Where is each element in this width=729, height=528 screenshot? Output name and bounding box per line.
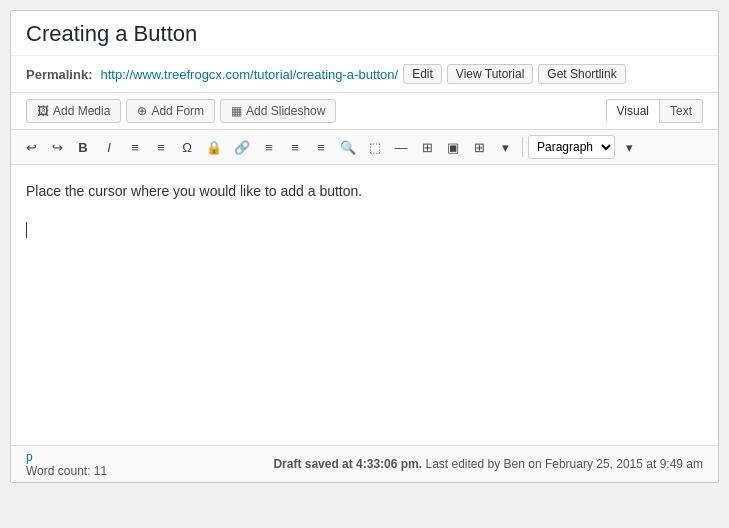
add-slideshow-icon: ▦ bbox=[231, 104, 242, 118]
redo-icon: ↪ bbox=[52, 140, 63, 155]
add-slideshow-button[interactable]: ▦ Add Slideshow bbox=[220, 99, 336, 123]
paragraph-select[interactable]: Paragraph bbox=[528, 135, 615, 159]
editor-content: Place the cursor where you would like to… bbox=[26, 180, 703, 238]
formatting-toolbar: ↩ ↪ B I ≡ ≡ Ω 🔒 🔗 ≡ ≡ ≡ 🔍 ⬚ — ⊞ ▣ ⊞ ▾ Pa… bbox=[11, 130, 718, 165]
lock-icon: 🔒 bbox=[206, 140, 222, 155]
align-center-button[interactable]: ≡ bbox=[283, 135, 307, 159]
special-chars-button[interactable]: Ω bbox=[175, 135, 199, 159]
toolbar-separator bbox=[522, 137, 523, 157]
undo-icon: ↩ bbox=[26, 140, 37, 155]
link-button[interactable]: 🔗 bbox=[229, 135, 255, 159]
add-media-icon: 🖼 bbox=[37, 104, 49, 118]
word-count: Word count: 11 bbox=[26, 464, 107, 478]
undo-button[interactable]: ↩ bbox=[19, 135, 43, 159]
editor-area[interactable]: Place the cursor where you would like to… bbox=[11, 165, 718, 445]
bold-icon: B bbox=[78, 140, 87, 155]
editor-text: Place the cursor where you would like to… bbox=[26, 180, 703, 202]
media-toolbar: 🖼 Add Media ⊕ Add Form ▦ Add Slideshow V… bbox=[11, 93, 718, 130]
bold-button[interactable]: B bbox=[71, 135, 95, 159]
image-icon: ⬚ bbox=[369, 140, 381, 155]
footer-status: Draft saved at 4:33:06 pm. Last edited b… bbox=[273, 457, 703, 471]
permalink-bar: Permalink: http://www.treefrogcx.com/tut… bbox=[11, 56, 718, 93]
view-tabs: Visual Text bbox=[606, 99, 703, 123]
align-left-icon: ≡ bbox=[265, 140, 273, 155]
add-media-label: Add Media bbox=[53, 104, 110, 118]
grid-icon: ⊞ bbox=[474, 140, 485, 155]
ordered-list-icon: ≡ bbox=[157, 140, 165, 155]
permalink-url[interactable]: http://www.treefrogcx.com/tutorial/creat… bbox=[100, 67, 398, 82]
footer-p-tag: p bbox=[26, 450, 107, 464]
add-form-icon: ⊕ bbox=[137, 104, 147, 118]
columns-icon: ▣ bbox=[447, 140, 459, 155]
text-cursor bbox=[26, 222, 27, 238]
redo-button[interactable]: ↪ bbox=[45, 135, 69, 159]
lock-button[interactable]: 🔒 bbox=[201, 135, 227, 159]
edit-button[interactable]: Edit bbox=[403, 64, 442, 84]
align-center-icon: ≡ bbox=[291, 140, 299, 155]
title-bar: Creating a Button bbox=[11, 11, 718, 56]
table-icon: ⊞ bbox=[422, 140, 433, 155]
add-media-button[interactable]: 🖼 Add Media bbox=[26, 99, 121, 123]
text-tab[interactable]: Text bbox=[660, 99, 703, 123]
paragraph-dropdown-button[interactable]: ▾ bbox=[617, 135, 641, 159]
draft-saved-text: Draft saved at 4:33:06 pm. bbox=[273, 457, 422, 471]
main-container: Creating a Button Permalink: http://www.… bbox=[10, 10, 719, 483]
add-form-button[interactable]: ⊕ Add Form bbox=[126, 99, 215, 123]
more-button[interactable]: ▾ bbox=[493, 135, 517, 159]
unordered-list-icon: ≡ bbox=[131, 140, 139, 155]
word-count-value: 11 bbox=[94, 464, 107, 478]
grid-button[interactable]: ⊞ bbox=[467, 135, 491, 159]
columns-button[interactable]: ▣ bbox=[441, 135, 465, 159]
last-edited-text: Last edited by Ben on February 25, 2015 … bbox=[425, 457, 703, 471]
visual-tab[interactable]: Visual bbox=[606, 99, 660, 123]
page-wrapper: Creating a Button Permalink: http://www.… bbox=[0, 0, 729, 528]
add-slideshow-label: Add Slideshow bbox=[246, 104, 325, 118]
hr-icon: — bbox=[395, 140, 408, 155]
image-button[interactable]: ⬚ bbox=[363, 135, 387, 159]
search-icon: 🔍 bbox=[340, 140, 356, 155]
ordered-list-button[interactable]: ≡ bbox=[149, 135, 173, 159]
link-icon: 🔗 bbox=[234, 140, 250, 155]
table-button[interactable]: ⊞ bbox=[415, 135, 439, 159]
search-button[interactable]: 🔍 bbox=[335, 135, 361, 159]
more-icon: ▾ bbox=[502, 140, 509, 155]
align-right-button[interactable]: ≡ bbox=[309, 135, 333, 159]
page-title: Creating a Button bbox=[26, 21, 703, 47]
get-shortlink-button[interactable]: Get Shortlink bbox=[538, 64, 625, 84]
align-right-icon: ≡ bbox=[317, 140, 325, 155]
unordered-list-button[interactable]: ≡ bbox=[123, 135, 147, 159]
add-form-label: Add Form bbox=[151, 104, 204, 118]
permalink-label: Permalink: bbox=[26, 67, 92, 82]
editor-footer: p Word count: 11 Draft saved at 4:33:06 … bbox=[11, 445, 718, 482]
dropdown-icon: ▾ bbox=[626, 140, 633, 155]
view-tutorial-button[interactable]: View Tutorial bbox=[447, 64, 533, 84]
align-left-button[interactable]: ≡ bbox=[257, 135, 281, 159]
special-chars-icon: Ω bbox=[182, 140, 192, 155]
italic-button[interactable]: I bbox=[97, 135, 121, 159]
italic-icon: I bbox=[107, 140, 111, 155]
hr-button[interactable]: — bbox=[389, 135, 413, 159]
footer-left: p Word count: 11 bbox=[26, 450, 107, 478]
word-count-label: Word count: bbox=[26, 464, 90, 478]
